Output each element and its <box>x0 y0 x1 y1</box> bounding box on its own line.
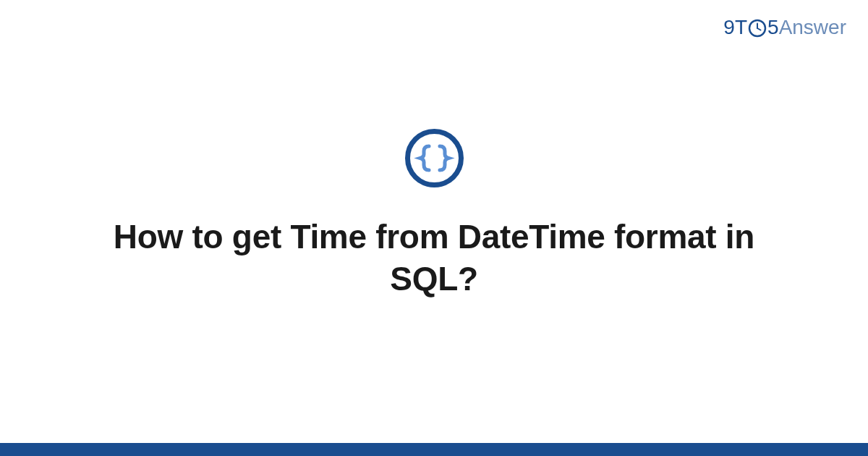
code-braces-icon <box>404 127 465 189</box>
question-title: How to get Time from DateTime format in … <box>109 216 760 300</box>
footer-bar <box>0 443 868 456</box>
main-content: How to get Time from DateTime format in … <box>0 0 868 456</box>
